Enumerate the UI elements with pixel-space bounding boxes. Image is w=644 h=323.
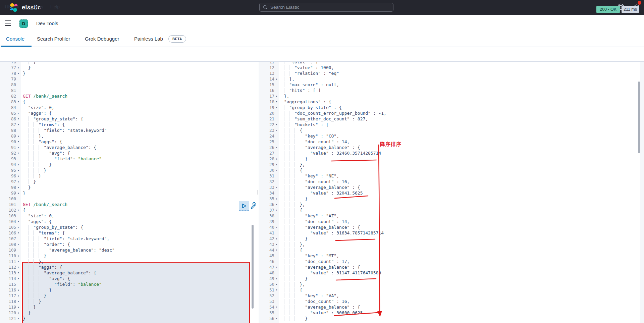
code-line[interactable]: 106▾ "terms": { (0, 230, 255, 236)
code-line[interactable]: 78▴} (0, 70, 255, 76)
fold-toggle-icon[interactable]: ▾ (274, 99, 279, 105)
code-line[interactable]: 11 "total" : { (259, 62, 644, 65)
fold-toggle-icon[interactable]: ▴ (16, 65, 21, 70)
fold-toggle-icon[interactable]: ▾ (16, 139, 21, 145)
code-line[interactable]: 22▾ "buckets" : [ (259, 122, 644, 127)
fold-toggle-icon[interactable]: ▾ (274, 264, 279, 270)
code-line[interactable]: 14▴ }, (259, 76, 644, 82)
code-line[interactable]: 50▴ }, (259, 281, 644, 287)
fold-toggle-icon[interactable]: ▾ (274, 184, 279, 190)
code-line[interactable]: 120▴ } (0, 310, 255, 316)
fold-toggle-icon[interactable]: ▴ (274, 281, 279, 287)
code-line[interactable]: 80 (0, 82, 255, 88)
code-line[interactable]: 20 "doc_count_error_upper_bound" : -1, (259, 110, 644, 116)
code-line[interactable]: 95▴ } (0, 167, 255, 173)
code-line[interactable]: 54▾ "average_balance" : { (259, 304, 644, 310)
code-line[interactable]: 103 "size": 0, (0, 213, 255, 219)
code-line[interactable]: 47▾ "average_balance" : { (259, 264, 644, 270)
code-line[interactable]: 43▴ }, (259, 241, 644, 247)
code-line[interactable]: 76 } (0, 62, 255, 65)
code-line[interactable]: 77▴ } (0, 65, 255, 70)
fold-toggle-icon[interactable]: ▾ (16, 150, 21, 156)
code-line[interactable]: 49▴ } (259, 276, 644, 281)
fold-toggle-icon[interactable]: ▾ (16, 145, 21, 150)
code-line[interactable]: 96▴ } (0, 173, 255, 179)
fold-toggle-icon[interactable]: ▴ (274, 162, 279, 167)
fold-toggle-icon[interactable]: ▴ (274, 276, 279, 281)
code-line[interactable]: 53 "doc_count" : 16, (259, 299, 644, 304)
code-line[interactable]: 104▾ "aggs": { (0, 219, 255, 224)
code-line[interactable]: 46 "doc_count" : 17, (259, 259, 644, 264)
fold-toggle-icon[interactable]: ▴ (16, 173, 21, 179)
fold-toggle-icon[interactable]: ▾ (274, 127, 279, 133)
fold-toggle-icon[interactable]: ▴ (16, 253, 21, 259)
code-line[interactable]: 13 "relation" : "eq" (259, 70, 644, 76)
fold-toggle-icon[interactable]: ▾ (274, 304, 279, 310)
menu-help[interactable]: Help (50, 4, 60, 9)
fold-toggle-icon[interactable]: ▴ (274, 196, 279, 202)
code-line[interactable]: 105▾ "group_by_state": { (0, 224, 255, 230)
code-line[interactable]: 29▴ }, (259, 162, 644, 167)
code-line[interactable]: 30▾ { (259, 167, 644, 173)
fold-toggle-icon[interactable]: ▾ (16, 122, 21, 127)
code-line[interactable]: 48 "value" : 31147.41176470588 (259, 270, 644, 276)
fold-toggle-icon[interactable]: ▴ (274, 202, 279, 207)
code-line[interactable]: 101GET /bank/_search (0, 202, 255, 207)
menu-history[interactable]: History (5, 4, 19, 9)
code-line[interactable]: 81 (0, 88, 255, 93)
fold-toggle-icon[interactable]: ▾ (274, 287, 279, 293)
code-line[interactable]: 116▴ } (0, 287, 255, 293)
code-line[interactable]: 79 (0, 76, 255, 82)
code-line[interactable]: 93 "field": "balance" (0, 156, 255, 162)
fold-toggle-icon[interactable]: ▾ (274, 105, 279, 110)
code-line[interactable]: 45 "key" : "MT", (259, 253, 644, 259)
fold-toggle-icon[interactable]: ▴ (16, 304, 21, 310)
code-line[interactable]: 16 "hits" : [ ] (259, 88, 644, 93)
code-line[interactable]: 34 "value" : 32041.5625 (259, 190, 644, 196)
fold-toggle-icon[interactable]: ▴ (16, 70, 21, 76)
code-line[interactable]: 26▾ "average_balance" : { (259, 145, 644, 150)
code-line[interactable]: 17▴ }, (259, 93, 644, 99)
tab-painless-lab[interactable]: Painless Lab (134, 31, 163, 47)
fold-toggle-icon[interactable]: ▾ (274, 247, 279, 253)
tab-console[interactable]: Console (6, 31, 24, 47)
code-line[interactable]: 112▾ "aggs": { (0, 264, 255, 270)
fold-toggle-icon[interactable]: ▾ (274, 167, 279, 173)
code-line[interactable]: 86▾ "group_by_state": { (0, 116, 255, 122)
fold-toggle-icon[interactable]: ▾ (16, 224, 21, 230)
code-line[interactable]: 44▾ { (259, 247, 644, 253)
tab-grok-debugger[interactable]: Grok Debugger (85, 31, 119, 47)
fold-toggle-icon[interactable]: ▾ (274, 145, 279, 150)
fold-toggle-icon[interactable]: ▾ (274, 207, 279, 213)
code-line[interactable]: 55 "value" : 30600.0625 (259, 310, 644, 316)
code-line[interactable]: 102▾{ (0, 207, 255, 213)
fold-toggle-icon[interactable]: ▴ (16, 299, 21, 304)
code-line[interactable]: 25 "doc_count" : 14, (259, 139, 644, 145)
code-line[interactable]: 118▴ } (0, 299, 255, 304)
global-search-input[interactable]: Search Elastic (259, 3, 393, 12)
fold-toggle-icon[interactable]: ▾ (16, 230, 21, 236)
fold-toggle-icon[interactable]: ▾ (274, 224, 279, 230)
code-line[interactable]: 110▴ } (0, 253, 255, 259)
code-line[interactable]: 90▾ "aggs": { (0, 139, 255, 145)
code-line[interactable]: 87▾ "terms": { (0, 122, 255, 127)
request-options-wrench-icon[interactable] (250, 202, 257, 210)
code-line[interactable]: 84 "size": 0, (0, 105, 255, 110)
code-line[interactable]: 98▴ } (0, 184, 255, 190)
fold-toggle-icon[interactable]: ▴ (16, 162, 21, 167)
code-line[interactable]: 83▾{ (0, 99, 255, 105)
code-line[interactable]: 91▾ "average_balance": { (0, 145, 255, 150)
fold-toggle-icon[interactable]: ▴ (274, 316, 279, 321)
fold-toggle-icon[interactable]: ▴ (274, 93, 279, 99)
code-line[interactable]: 27 "value" : 32460.35714285714 (259, 150, 644, 156)
tab-search-profiler[interactable]: Search Profiler (37, 31, 70, 47)
code-line[interactable]: 35▴ } (259, 196, 644, 202)
code-line[interactable]: 37▾ { (259, 207, 644, 213)
code-line[interactable]: 111▴ }, (0, 259, 255, 264)
fold-toggle-icon[interactable]: ▴ (16, 184, 21, 190)
code-line[interactable]: 38 "key" : "AZ", (259, 213, 644, 219)
fold-toggle-icon[interactable]: ▾ (16, 110, 21, 116)
code-line[interactable]: 94▴ } (0, 162, 255, 167)
code-line[interactable]: 115 "field": "balance" (0, 281, 255, 287)
code-line[interactable]: 32 "doc_count" : 16, (259, 179, 644, 184)
